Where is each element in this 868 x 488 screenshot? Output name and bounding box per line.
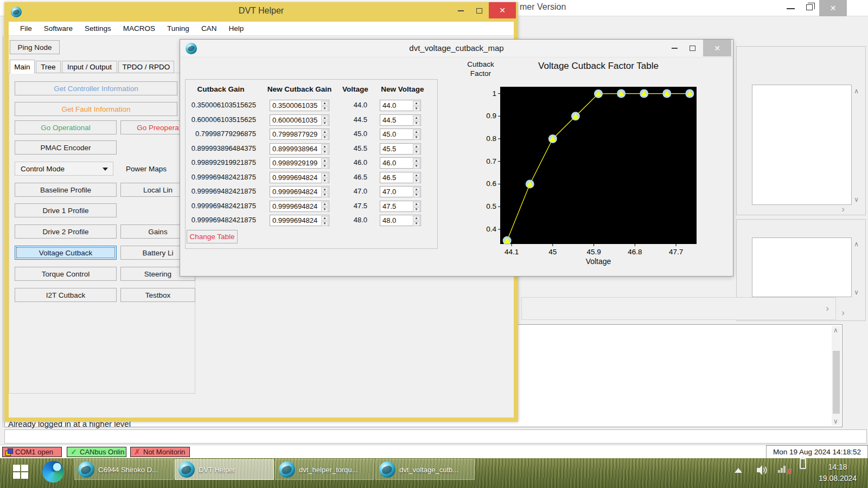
tab-tpdo-rpdo[interactable]: TPDO / RPDO — [118, 61, 174, 73]
testbox-button[interactable]: Testbox — [120, 288, 195, 302]
windows-start-icon[interactable] — [13, 465, 29, 479]
scroll-up-icon[interactable]: ∧ — [833, 327, 838, 333]
get-fault-information-button[interactable]: Get Fault Information — [15, 102, 177, 116]
spinner-up-icon[interactable]: ▲ — [413, 144, 420, 149]
new-cutback-gain-input[interactable]: 0.9989929199▲▼ — [270, 157, 329, 169]
maximize-icon[interactable] — [685, 41, 699, 56]
close-icon[interactable]: ✕ — [489, 2, 516, 18]
spinner-down-icon[interactable]: ▼ — [413, 150, 420, 155]
spinner-down-icon[interactable]: ▼ — [321, 164, 328, 169]
menu-item-can[interactable]: CAN — [195, 22, 223, 36]
spinner-down-icon[interactable]: ▼ — [413, 192, 420, 197]
spinner-down-icon[interactable]: ▼ — [321, 135, 328, 140]
new-cutback-gain-input[interactable]: 0.8999938964▲▼ — [270, 143, 329, 155]
minimize-icon[interactable] — [787, 8, 795, 9]
spinner-down-icon[interactable]: ▼ — [413, 207, 420, 212]
minimize-icon[interactable] — [667, 41, 681, 56]
taskbar-item-dvt-voltage-cutb-[interactable]: dvt_voltage_cutb... — [375, 459, 475, 480]
taskbar-item-c6944-shiroko-d-[interactable]: C6944 Shiroko D... — [74, 459, 174, 480]
voltage-cutback-button[interactable]: Voltage Cutback — [15, 246, 117, 260]
taskbar-item-dvt-helper[interactable]: DVT Helper — [175, 459, 274, 480]
battery-icon[interactable] — [800, 458, 806, 469]
spinner-up-icon[interactable]: ▲ — [413, 115, 420, 120]
new-voltage-input[interactable]: 44.0▲▼ — [380, 100, 421, 111]
spinner-up-icon[interactable]: ▲ — [413, 158, 420, 163]
spinner-down-icon[interactable]: ▼ — [321, 192, 328, 197]
spinner-up-icon[interactable]: ▲ — [321, 115, 328, 120]
new-cutback-gain-input[interactable]: 0.3500061035▲▼ — [270, 100, 329, 111]
status-badge-serial-port[interactable]: COM1 open — [2, 447, 62, 457]
torque-control-button[interactable]: Torque Control — [15, 267, 117, 281]
tab-main[interactable]: Main — [10, 60, 35, 74]
spinner-down-icon[interactable]: ▼ — [413, 135, 420, 140]
control-mode-dropdown[interactable]: Control Mode — [15, 162, 113, 176]
tray-expand-icon[interactable] — [735, 468, 742, 473]
drive-1-profile-button[interactable]: Drive 1 Profile — [15, 203, 117, 217]
spinner-down-icon[interactable]: ▼ — [413, 221, 420, 226]
dvt-helper-titlebar[interactable]: DVT Helper ✕ — [4, 2, 518, 22]
menu-item-macros[interactable]: MACROS — [117, 22, 161, 36]
spinner-down-icon[interactable]: ▼ — [413, 121, 420, 126]
new-cutback-gain-input[interactable]: 0.9999694824▲▼ — [270, 201, 329, 212]
new-cutback-gain-input[interactable]: 0.7999877929▲▼ — [270, 129, 329, 140]
network-icon[interactable]: ✗ — [778, 465, 790, 474]
speaker-icon[interactable] — [756, 465, 769, 476]
expand-chevron-icon[interactable]: › — [841, 309, 845, 317]
menu-item-software[interactable]: Software — [38, 22, 79, 36]
ping-node-button[interactable]: Ping Node — [10, 40, 60, 54]
spinner-up-icon[interactable]: ▲ — [321, 173, 328, 178]
spinner-down-icon[interactable]: ▼ — [321, 121, 328, 126]
spinner-up-icon[interactable]: ▲ — [413, 216, 420, 221]
log-scrollbar[interactable]: ∧ ∨ — [832, 326, 841, 426]
i2t-cutback-button[interactable]: I2T Cutback — [15, 288, 117, 302]
scrollbar-thumb[interactable] — [833, 351, 840, 414]
minimize-icon[interactable] — [453, 3, 468, 18]
spinner-up-icon[interactable]: ▲ — [321, 101, 328, 106]
baseline-profile-button[interactable]: Baseline Profile — [15, 183, 117, 197]
drive-2-profile-button[interactable]: Drive 2 Profile — [15, 224, 117, 239]
spinner-up-icon[interactable]: ▲ — [321, 144, 328, 149]
close-icon[interactable]: ✕ — [819, 0, 847, 16]
new-cutback-gain-input[interactable]: 0.9999694824▲▼ — [270, 186, 329, 197]
spinner-up-icon[interactable]: ▲ — [413, 173, 420, 178]
dialog-titlebar[interactable]: dvt_voltage_cutback_map ✕ — [180, 40, 733, 57]
spinner-up-icon[interactable]: ▲ — [321, 202, 328, 207]
new-voltage-input[interactable]: 46.0▲▼ — [380, 157, 421, 169]
scroll-down-icon[interactable]: ∨ — [854, 289, 859, 296]
menu-item-file[interactable]: File — [14, 22, 38, 36]
taskbar-item-dvt-helper-torqu-[interactable]: dvt_helper_torqu... — [275, 459, 374, 480]
scroll-down-icon[interactable]: ∨ — [854, 196, 859, 203]
tray-clock[interactable]: 14:18 19.08.2024 — [813, 461, 863, 484]
spinner-up-icon[interactable]: ▲ — [321, 158, 328, 163]
new-cutback-gain-input[interactable]: 0.9999694824▲▼ — [270, 215, 329, 226]
spinner-down-icon[interactable]: ▼ — [413, 178, 420, 183]
change-table-button[interactable]: Change Table — [187, 230, 238, 243]
spinner-down-icon[interactable]: ▼ — [321, 106, 328, 111]
spinner-down-icon[interactable]: ▼ — [321, 221, 328, 226]
expand-chevron-icon[interactable]: › — [841, 205, 845, 214]
scroll-down-icon[interactable]: ∨ — [833, 418, 838, 425]
list-box[interactable] — [752, 85, 852, 205]
new-voltage-input[interactable]: 45.5▲▼ — [380, 143, 421, 155]
spinner-down-icon[interactable]: ▼ — [321, 178, 328, 183]
spinner-up-icon[interactable]: ▲ — [321, 187, 328, 192]
new-voltage-input[interactable]: 47.5▲▼ — [380, 201, 421, 212]
new-voltage-input[interactable]: 47.0▲▼ — [380, 186, 421, 197]
spinner-down-icon[interactable]: ▼ — [321, 150, 328, 155]
menu-item-tuning[interactable]: Tuning — [161, 22, 195, 36]
status-badge-cross[interactable]: ✗Not Monitorin — [130, 447, 190, 457]
scroll-up-icon[interactable]: ∧ — [854, 88, 859, 94]
expand-chevron-icon[interactable]: › — [826, 304, 829, 313]
status-badge-check[interactable]: ✓CANbus Onlin — [67, 447, 126, 457]
spinner-up-icon[interactable]: ▲ — [413, 202, 420, 207]
spinner-down-icon[interactable]: ▼ — [413, 164, 420, 169]
new-voltage-input[interactable]: 48.0▲▼ — [380, 215, 421, 226]
tab-tree[interactable]: Tree — [36, 61, 61, 73]
list-box[interactable] — [752, 237, 852, 297]
spinner-down-icon[interactable]: ▼ — [413, 106, 420, 111]
tab-input-output[interactable]: Input / Output — [62, 61, 117, 73]
spinner-up-icon[interactable]: ▲ — [321, 130, 328, 134]
get-controller-information-button[interactable]: Get Controller Information — [15, 81, 177, 95]
go-operational-button[interactable]: Go Operational — [15, 120, 117, 134]
menu-item-settings[interactable]: Settings — [79, 22, 117, 36]
